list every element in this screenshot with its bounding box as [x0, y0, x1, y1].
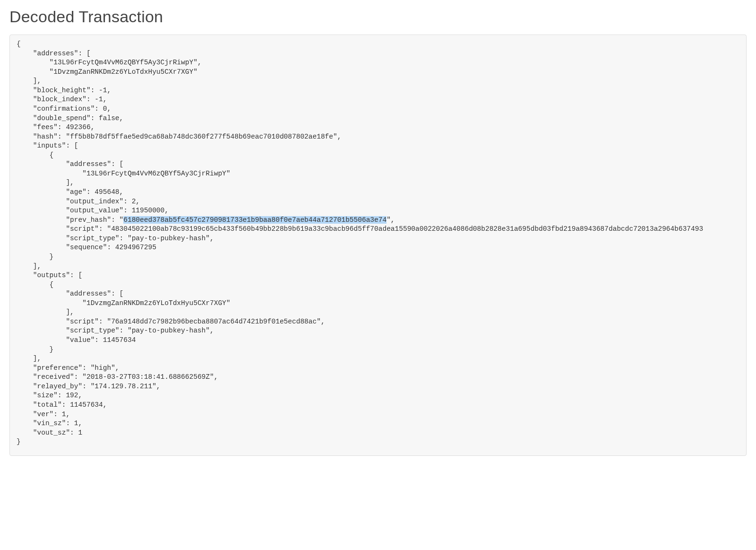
json-received: 2018-03-27T03:18:41.688662569Z	[86, 373, 210, 381]
decoded-transaction-json: { "addresses": [ "13L96rFcytQm4VvM6zQBYf…	[9, 35, 747, 456]
json-size: 192	[66, 392, 78, 399]
json-input-prev-hash-highlighted: 6180eed378ab5fc457c2790981733e1b9baa80f0…	[123, 216, 387, 224]
json-input-script: 483045022100ab78c93199c65cb433f560b49bb2…	[111, 225, 703, 233]
json-preference: high	[94, 364, 111, 372]
json-input-address-0: 13L96rFcytQm4VvM6zQBYf5Ay3CjrRiwpY	[86, 170, 226, 177]
json-input-script-type: pay-to-pubkey-hash	[132, 235, 206, 242]
json-output-address-0: 1DvzmgZanRNKDm2z6YLoTdxHyu5CXr7XGY	[86, 299, 226, 307]
json-output-script: 76a9148dd7c7982b96becba8807ac64d7421b9f0…	[111, 318, 317, 325]
json-hash: ff5b8b78df5ffae5ed9ca68ab748dc360f277f54…	[70, 133, 333, 140]
json-vout-sz: 1	[78, 429, 83, 437]
json-total: 11457634	[70, 401, 103, 409]
json-relayed-by: 174.129.78.211	[94, 383, 152, 390]
json-output-script-type: pay-to-pubkey-hash	[132, 327, 206, 334]
json-vin-sz: 1	[74, 419, 78, 427]
json-input-output-index: 2	[132, 198, 136, 205]
json-address-1: 1DvzmgZanRNKDm2z6YLoTdxHyu5CXr7XGY	[53, 68, 193, 76]
json-output-value: 11457634	[103, 336, 136, 344]
json-input-sequence: 4294967295	[115, 244, 156, 251]
json-fees: 492366	[66, 123, 90, 131]
json-block-height: -1	[99, 87, 107, 94]
json-input-output-value: 11950000	[132, 207, 165, 214]
json-ver: 1	[62, 410, 66, 418]
json-address-0: 13L96rFcytQm4VvM6zQBYf5Ay3CjrRiwpY	[53, 59, 193, 66]
page-title: Decoded Transaction	[9, 8, 747, 26]
json-double-spend: false	[99, 114, 120, 122]
json-input-age: 495648	[94, 188, 119, 196]
json-confirmations: 0	[103, 105, 107, 113]
json-block-index: -1	[94, 96, 103, 103]
